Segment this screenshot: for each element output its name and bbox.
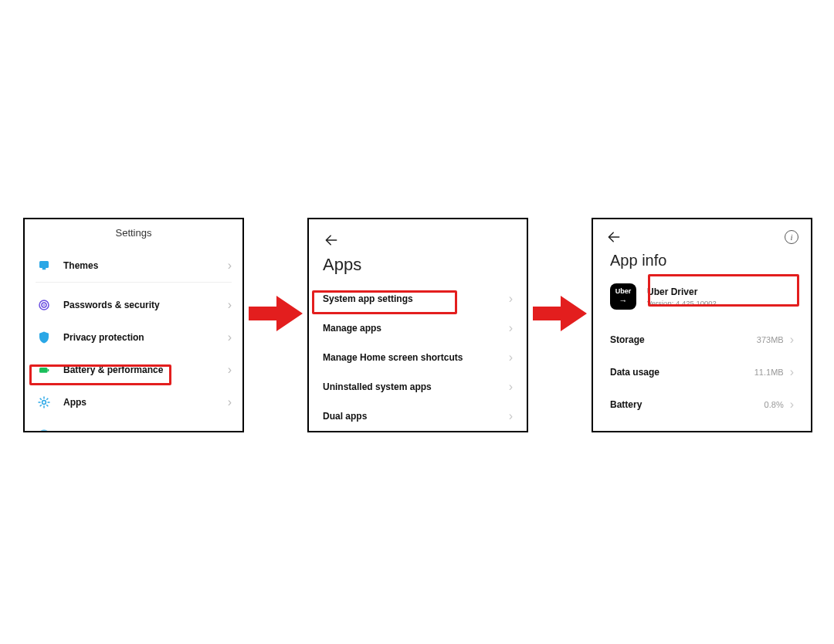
app-version: Version: 4.425.10002 — [647, 297, 717, 307]
apps-item-label: System app settings — [323, 293, 509, 304]
app-info-item-label: Battery — [610, 399, 764, 410]
settings-item-label: Battery & performance — [53, 364, 228, 375]
app-info-item-value: 373MB — [757, 335, 790, 344]
settings-item-label: Passwords & security — [53, 300, 228, 310]
back-button[interactable] — [323, 232, 340, 249]
chevron-right-icon: › — [509, 292, 513, 306]
chevron-right-icon: › — [509, 380, 513, 394]
dots-icon — [36, 426, 53, 432]
uber-driver-app-icon: Uber → — [610, 283, 636, 310]
themes-icon — [36, 257, 53, 274]
chevron-right-icon: › — [228, 259, 232, 273]
svg-point-16 — [39, 429, 49, 432]
settings-item-battery-performance[interactable]: Battery & performance › — [25, 354, 242, 386]
settings-item-label: Apps — [53, 397, 228, 408]
apps-screen: Apps System app settings › Manage apps ›… — [307, 218, 528, 432]
chevron-right-icon: › — [228, 298, 232, 312]
app-info-screen: i App info Uber → Uber Driver Version: 4… — [592, 218, 812, 432]
chevron-right-icon: › — [228, 428, 232, 432]
svg-point-4 — [43, 304, 45, 306]
chevron-right-icon: › — [228, 330, 232, 344]
arrow-right-icon: → — [619, 297, 628, 305]
settings-item-label: Additional settings — [53, 429, 228, 432]
apps-item-dual-apps[interactable]: Dual apps › — [309, 402, 527, 431]
app-info-item-value: 0.8% — [764, 400, 790, 409]
app-info-title: App info — [593, 247, 811, 283]
flow-arrow — [533, 296, 587, 331]
svg-marker-21 — [533, 296, 587, 331]
settings-item-privacy-protection[interactable]: Privacy protection › — [25, 321, 242, 354]
chevron-right-icon: › — [790, 333, 794, 347]
app-header: Uber → Uber Driver Version: 4.425.10002 — [593, 283, 811, 324]
svg-line-12 — [40, 398, 42, 400]
apps-item-label: Uninstalled system apps — [323, 381, 509, 392]
svg-line-15 — [46, 398, 48, 400]
settings-item-label: Themes — [53, 260, 228, 271]
app-info-item-data-usage[interactable]: Data usage 11.1MB › — [593, 356, 811, 388]
apps-item-label: Manage Home screen shortcuts — [323, 352, 509, 363]
back-button[interactable] — [605, 229, 622, 246]
fingerprint-icon — [36, 297, 53, 314]
settings-title: Settings — [25, 219, 242, 249]
apps-item-uninstalled-system-apps[interactable]: Uninstalled system apps › — [309, 372, 527, 402]
svg-rect-5 — [39, 368, 48, 373]
app-info-item-value: 11.1MB — [754, 368, 790, 377]
apps-item-permissions[interactable]: Permissions › — [309, 431, 527, 432]
settings-item-themes[interactable]: Themes › — [25, 249, 242, 282]
svg-rect-1 — [42, 268, 46, 269]
chevron-right-icon: › — [509, 351, 513, 364]
svg-point-7 — [42, 401, 46, 405]
chevron-right-icon: › — [509, 409, 513, 423]
svg-line-13 — [46, 405, 48, 406]
chevron-right-icon: › — [509, 321, 513, 335]
app-name: Uber Driver — [647, 286, 717, 297]
settings-item-label: Privacy protection — [53, 332, 228, 343]
chevron-right-icon: › — [790, 365, 794, 379]
app-info-item-label: Data usage — [610, 367, 754, 378]
battery-icon — [36, 361, 53, 378]
settings-item-apps[interactable]: Apps › — [25, 386, 242, 419]
divider — [36, 282, 232, 283]
flow-arrow — [249, 296, 303, 331]
gear-icon — [36, 394, 53, 411]
svg-rect-0 — [39, 261, 49, 268]
apps-item-manage-home-screen-shortcuts[interactable]: Manage Home screen shortcuts › — [309, 343, 527, 372]
svg-rect-6 — [48, 369, 49, 371]
settings-item-passwords-security[interactable]: Passwords & security › — [25, 289, 242, 321]
info-button[interactable]: i — [785, 230, 798, 244]
apps-item-system-app-settings[interactable]: System app settings › — [309, 284, 527, 314]
app-info-item-storage[interactable]: Storage 373MB › — [593, 324, 811, 356]
app-info-item-battery[interactable]: Battery 0.8% › — [593, 388, 811, 421]
app-info-item-label: Storage — [610, 334, 757, 345]
apps-item-label: Manage apps — [323, 323, 509, 334]
apps-item-label: Dual apps — [323, 411, 509, 422]
settings-screen: Settings Themes › Passwords & security ›… — [23, 218, 244, 432]
settings-item-additional-settings[interactable]: Additional settings › — [25, 419, 242, 432]
svg-line-14 — [40, 405, 42, 406]
apps-item-manage-apps[interactable]: Manage apps › — [309, 314, 527, 343]
apps-title: Apps — [309, 252, 527, 284]
chevron-right-icon: › — [228, 395, 232, 409]
chevron-right-icon: › — [228, 363, 232, 377]
svg-marker-20 — [249, 296, 303, 331]
chevron-right-icon: › — [790, 398, 794, 412]
shield-icon — [36, 329, 53, 346]
